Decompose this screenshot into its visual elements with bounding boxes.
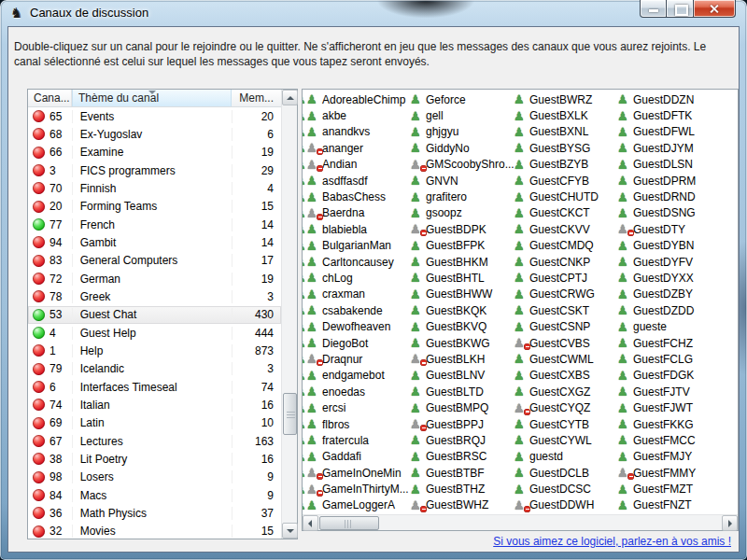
member-row[interactable]: ♟GuestDLSN — [617, 157, 718, 173]
member-row[interactable]: ♟GameInOneMin — [306, 465, 407, 481]
member-row[interactable]: ♟ghjgyu — [410, 124, 511, 140]
table-row[interactable]: 65Events20 — [28, 107, 281, 125]
table-row[interactable]: 94Gambit14 — [28, 233, 281, 251]
table-row[interactable]: 1Help873 — [28, 342, 281, 359]
minimize-button[interactable] — [640, 0, 667, 18]
member-row[interactable]: ♟GuestCYQZ — [514, 399, 614, 415]
table-row[interactable]: 79Icelandic3 — [28, 360, 281, 378]
member-row[interactable]: ♟GameInThirtyM... — [306, 481, 407, 497]
member-row[interactable]: ♟GuestDZDD — [617, 302, 718, 318]
member-row[interactable]: ♟chLog — [306, 270, 407, 286]
table-row[interactable]: 74Italian16 — [28, 396, 281, 413]
member-row[interactable]: ♟GameLoggerA — [306, 497, 407, 513]
member-row[interactable]: ♟DiegoBot — [306, 335, 407, 351]
member-row[interactable]: ♟GuestCYTB — [514, 416, 614, 432]
table-row[interactable]: 38Lit Poetry16 — [28, 450, 281, 468]
scroll-down-button[interactable] — [282, 523, 298, 539]
table-row[interactable]: 83General Computers17 — [28, 252, 281, 270]
member-row[interactable]: ♟gsoopz — [410, 205, 511, 221]
member-row[interactable]: ♟GiddyNo — [410, 140, 511, 156]
member-row[interactable]: ♟GuestCKCT — [514, 205, 614, 221]
member-row[interactable]: ♟GuestFCHZ — [617, 335, 718, 351]
member-row[interactable]: ♟GuestBKQK — [410, 302, 511, 318]
member-row[interactable]: ♟akbe — [306, 107, 407, 123]
member-row[interactable]: ♟GuestFJWT — [617, 399, 718, 415]
member-row[interactable]: ♟GuestDDWH — [514, 497, 614, 513]
close-button[interactable] — [694, 0, 736, 18]
member-row[interactable]: ♟Gaddafi — [306, 449, 407, 465]
table-row[interactable]: 84Macs9 — [28, 486, 281, 504]
member-row[interactable]: ♟GuestCYWL — [514, 432, 614, 448]
table-row[interactable]: 68Ex-Yugoslav6 — [28, 125, 281, 143]
table-row[interactable]: 69Latin10 — [28, 414, 281, 432]
member-row[interactable]: ♟GuestBHKM — [410, 254, 511, 270]
member-row[interactable]: ♟GuestBLTD — [410, 384, 511, 399]
member-row[interactable]: ♟GuestBRSC — [410, 449, 511, 465]
member-row[interactable]: ♟GuestFMCC — [617, 432, 718, 448]
member-row[interactable]: ♟GuestDZBY — [617, 287, 718, 302]
member-row[interactable]: ♟endgamebot — [306, 368, 407, 384]
vertical-scrollbar[interactable] — [281, 90, 297, 539]
horizontal-scrollbar[interactable] — [303, 514, 738, 530]
member-row[interactable]: ♟GNVN — [410, 173, 511, 189]
header-channel-theme[interactable]: Thème du canal — [72, 90, 232, 106]
member-row[interactable]: ♟GuestFMJY — [617, 449, 718, 465]
member-row[interactable]: ♟GuestDYFV — [617, 254, 718, 270]
scroll-right-button[interactable] — [722, 515, 738, 531]
member-row[interactable]: ♟GuestCHUTD — [514, 189, 614, 204]
member-row[interactable]: ♟GuestBPPJ — [410, 416, 511, 432]
member-row[interactable]: ♟GuestBXLK — [514, 107, 614, 123]
member-row[interactable]: ♟GuestFMMY — [617, 465, 718, 481]
member-row[interactable]: ♟GuestCPTJ — [514, 270, 614, 286]
member-row[interactable]: ♟GuestBWHZ — [410, 497, 511, 513]
member-row[interactable]: ♟GuestBKVQ — [410, 318, 511, 334]
member-row[interactable]: ♟gueste — [617, 318, 718, 334]
member-row[interactable]: ♟GuestBRQJ — [410, 432, 511, 448]
table-row[interactable]: 32Movies15 — [28, 523, 281, 539]
member-row[interactable]: ♟csabakende — [306, 302, 407, 318]
member-row[interactable]: ♟enoedas — [306, 384, 407, 399]
member-row[interactable]: ♟GuestDPRM — [617, 173, 718, 189]
member-row[interactable]: ♟gell — [410, 107, 511, 123]
share-link[interactable]: Si vous aimez ce logiciel, parlez-en à v… — [493, 535, 731, 548]
horizontal-scrollbar-thumb[interactable] — [319, 516, 379, 530]
member-row[interactable]: ♟GuestDCLB — [514, 465, 614, 481]
table-row[interactable]: 20Forming Teams15 — [28, 198, 281, 216]
member-row[interactable]: ♟Baerdna — [306, 205, 407, 221]
title-bar[interactable]: ♞ Canaux de discussion — [0, 0, 747, 26]
member-row[interactable]: ♟GuestBMPQ — [410, 399, 511, 415]
member-row[interactable]: ♟GuestDJYM — [617, 140, 718, 156]
member-row[interactable]: ♟GuestCKVV — [514, 221, 614, 237]
member-row[interactable]: ♟GuestFCLG — [617, 351, 718, 367]
member-row[interactable]: ♟GuestDCSC — [514, 481, 614, 497]
member-row[interactable]: ♟GuestBFPK — [410, 238, 511, 254]
member-row[interactable]: ♟GMScoobyShro... — [410, 157, 511, 173]
member-row[interactable]: ♟Draqnur — [306, 351, 407, 367]
member-row[interactable]: ♟GuestCSNP — [514, 318, 614, 334]
member-row[interactable]: ♟GuestDDZN — [617, 91, 718, 107]
table-row[interactable]: 70Finnish4 — [28, 179, 281, 197]
member-row[interactable]: ♟guestd — [514, 449, 614, 465]
member-row[interactable]: ♟GuestFKKG — [617, 416, 718, 432]
member-row[interactable]: ♟BabasChess — [306, 189, 407, 204]
member-row[interactable]: ♟GuestDRND — [617, 189, 718, 204]
member-row[interactable]: ♟GuestDYBN — [617, 238, 718, 254]
table-row[interactable]: 4Guest Help444 — [28, 324, 281, 342]
member-row[interactable]: ♟Carltoncausey — [306, 254, 407, 270]
member-row[interactable]: ♟GuestBXNL — [514, 124, 614, 140]
member-row[interactable]: ♟GuestFNZT — [617, 497, 718, 513]
member-row[interactable]: ♟GuestCWML — [514, 351, 614, 367]
header-channel-members[interactable]: Mem... — [232, 90, 281, 106]
member-row[interactable]: ♟craxman — [306, 287, 407, 302]
scroll-up-button[interactable] — [282, 90, 298, 105]
table-row[interactable]: 6Interfaces Timeseal74 — [28, 378, 281, 396]
table-row[interactable]: 78Greek3 — [28, 287, 281, 305]
scroll-left-button[interactable] — [303, 515, 318, 531]
table-row[interactable]: 98Losers9 — [28, 469, 281, 486]
member-row[interactable]: ♟GuestCSKT — [514, 302, 614, 318]
member-row[interactable]: ♟GuestDFWL — [617, 124, 718, 140]
member-row[interactable]: ♟BulgarianMan — [306, 238, 407, 254]
member-row[interactable]: ♟GuestBTBF — [410, 465, 511, 481]
header-channel-number[interactable]: Cana... — [28, 90, 72, 106]
member-row[interactable]: ♟flbros — [306, 416, 407, 432]
